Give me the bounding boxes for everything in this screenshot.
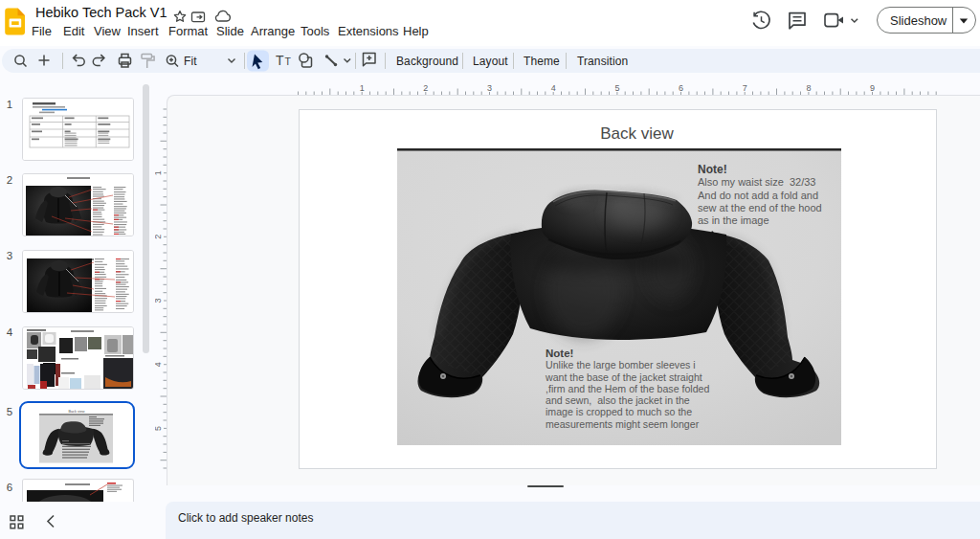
svg-text:5: 5	[614, 83, 619, 93]
svg-text:3: 3	[487, 83, 492, 93]
svg-text:9: 9	[870, 83, 875, 93]
svg-text:4: 4	[551, 83, 556, 93]
svg-text:2: 2	[423, 83, 428, 93]
svg-text:7: 7	[743, 83, 747, 93]
svg-text:6: 6	[679, 83, 683, 93]
svg-text:1: 1	[360, 83, 365, 93]
svg-text:Back view: Back view	[68, 410, 84, 414]
svg-text:8: 8	[806, 83, 811, 93]
